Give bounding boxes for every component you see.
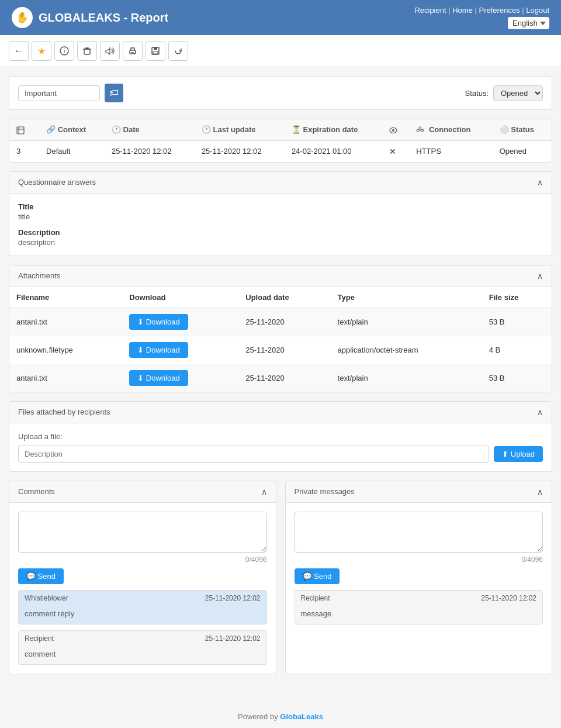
download-button-2[interactable]: ⬇ Download [129,342,188,358]
questionnaire-header[interactable]: Questionnaire answers ∧ [9,172,552,194]
main-content: 🏷 Status: Opened Closed 🔗 Context [0,67,561,701]
cell-context: Default [39,140,105,162]
attach-upload-date: 25-11-2020 [238,336,330,364]
comment-body: comment reply [19,606,266,624]
svg-point-14 [421,129,424,132]
attach-type: text/plain [331,364,482,392]
private-messages-chevron: ∧ [537,487,543,496]
tag-input[interactable] [18,85,100,101]
nav-home[interactable]: Home [452,6,473,15]
private-message-textarea[interactable] [295,512,543,553]
private-message-item: Recipient 25-11-2020 12:02 message [295,590,543,625]
col-connection: Connection [409,119,492,140]
private-message-char-count: 0/4096 [295,556,543,564]
refresh-button[interactable] [168,41,188,61]
private-message-send-button[interactable]: 💬 Send [295,568,340,584]
attach-download-cell: ⬇ Download [122,336,238,364]
col-view [382,119,409,140]
audio-button[interactable] [100,41,120,61]
status-select[interactable]: Opened Closed [493,85,543,101]
comment-author: Recipient [25,634,54,643]
table-row: 3 Default 25-11-2020 12:02 25-11-2020 12… [9,140,552,162]
svg-rect-8 [17,127,24,134]
attach-upload-date: 25-11-2020 [238,364,330,392]
attach-filename: antani.txt [9,364,122,392]
pm-body: message [295,606,543,624]
attachment-row: antani.txt ⬇ Download 25-11-2020 text/pl… [9,308,552,336]
nav-preferences[interactable]: Preferences [479,6,520,15]
attach-download-cell: ⬇ Download [122,364,238,392]
upload-row: ⬆ Upload [18,446,543,463]
delete-button[interactable] [77,41,97,61]
col-id [9,119,39,140]
pm-timestamp: 25-11-2020 12:02 [481,594,536,602]
comment-item: Whistleblower 25-11-2020 12:02 comment r… [18,590,267,625]
attach-col-download: Download [122,287,238,308]
tag-button[interactable]: 🏷 [105,84,123,102]
attachment-row: antani.txt ⬇ Download 25-11-2020 text/pl… [9,364,552,392]
attach-filename: antani.txt [9,308,122,336]
q-title-label: Title [18,202,543,211]
comment-textarea[interactable] [18,512,267,553]
recipient-files-header[interactable]: Files attached by recipients ∧ [9,402,552,423]
q-description-label: Description [18,228,543,237]
col-status: ⚪ Status [493,119,552,140]
nav-recipient[interactable]: Recipient [414,6,446,15]
attach-size: 53 B [482,364,552,392]
footer-brand[interactable]: GlobaLeaks [280,712,323,721]
status-label: Status: [465,89,489,98]
recipient-files-section: Files attached by recipients ∧ Upload a … [9,401,552,472]
report-header-bar: 🏷 Status: Opened Closed [9,76,552,110]
private-messages-header[interactable]: Private messages ∧ [286,481,552,503]
download-button-3[interactable]: ⬇ Download [129,370,188,386]
questionnaire-title: Questionnaire answers [18,178,96,187]
comments-title: Comments [18,487,55,496]
attach-size: 53 B [482,308,552,336]
col-expiration: ⏳ Expiration date [285,119,382,140]
app-header: ✋ GLOBALEAKS - Report Recipient | Home |… [0,0,561,35]
attach-col-size: File size [482,287,552,308]
col-last-update: 🕐 Last update [195,119,285,140]
upload-label: Upload a file: [18,432,543,441]
cell-date: 25-11-2020 12:02 [105,140,195,162]
pm-author: Recipient [301,594,330,602]
status-area: Status: Opened Closed [465,85,543,101]
footer-prefix: Powered by [238,712,280,721]
star-button[interactable]: ★ [32,41,51,61]
logo-icon: ✋ [12,7,33,28]
cell-status: Opened [493,140,552,162]
comments-header[interactable]: Comments ∧ [9,481,276,503]
comments-body: 0/4096 💬 Send Whistleblower 25-11-2020 1… [9,503,276,674]
questionnaire-section: Questionnaire answers ∧ Title title Desc… [9,171,552,256]
download-button-1[interactable]: ⬇ Download [129,314,188,330]
attachments-title: Attachments [18,271,60,280]
upload-description-input[interactable] [18,446,489,463]
upload-button[interactable]: ⬆ Upload [494,446,543,462]
info-button[interactable]: i [54,41,74,61]
print-button[interactable] [123,41,143,61]
nav-logout[interactable]: Logout [526,6,549,15]
comment-send-button[interactable]: 💬 Send [18,568,64,584]
attach-download-cell: ⬇ Download [122,308,238,336]
private-messages-title: Private messages [295,487,355,496]
cell-view: ✕ [382,140,409,162]
svg-point-12 [392,129,394,132]
svg-point-15 [419,127,421,129]
attachments-header[interactable]: Attachments ∧ [9,265,552,287]
svg-point-13 [417,129,419,132]
header-right: Recipient | Home | Preferences | Logout … [414,6,549,29]
pm-header: Recipient 25-11-2020 12:02 [295,591,543,606]
report-table-section: 🔗 Context 🕐 Date 🕐 Last update ⏳ Expirat… [9,119,552,163]
col-date: 🕐 Date [105,119,195,140]
attach-col-filename: Filename [9,287,122,308]
questionnaire-body: Title title Description description [9,194,552,256]
save-button[interactable] [146,41,165,61]
back-button[interactable]: ← [9,41,29,61]
language-select[interactable]: English [508,17,549,29]
svg-text:i: i [64,48,65,54]
app-title: GLOBALEAKS - Report [39,11,168,25]
svg-rect-4 [131,52,134,53]
comment-header: Recipient 25-11-2020 12:02 [19,631,266,646]
attach-col-upload-date: Upload date [238,287,330,308]
svg-rect-7 [153,51,158,54]
